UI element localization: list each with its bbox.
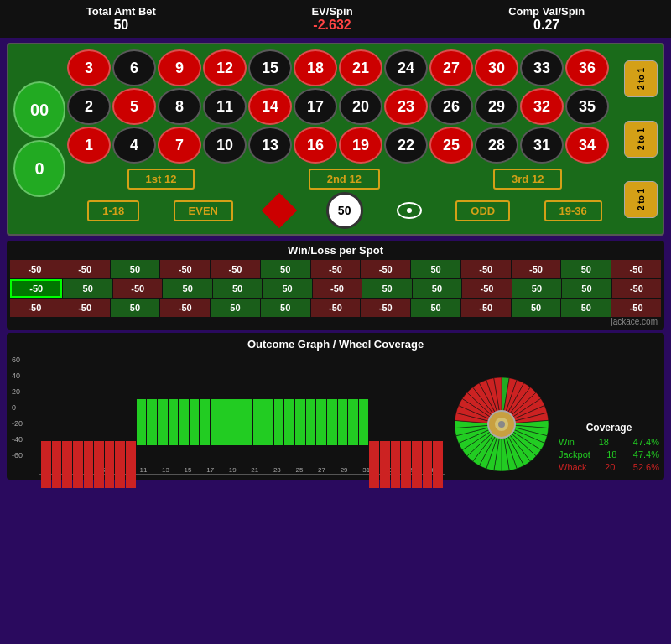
zeros-column: 00 0: [13, 49, 65, 229]
wl-cell[interactable]: -50: [311, 260, 361, 278]
wl-cell[interactable]: -50: [311, 299, 361, 317]
bars-container: [39, 356, 445, 465]
wl-cell[interactable]: 50: [211, 299, 260, 317]
cell-7[interactable]: 7: [158, 127, 201, 164]
chip-50[interactable]: 50: [326, 192, 363, 229]
dozen-3rd-12[interactable]: 3rd 12: [493, 169, 562, 190]
coverage-jackpot-row: Jackpot 18 47.4%: [559, 449, 659, 460]
wl-cell[interactable]: -50: [611, 260, 661, 278]
wl-cell[interactable]: -50: [462, 279, 511, 298]
wl-cell[interactable]: 50: [561, 299, 611, 317]
wl-cell[interactable]: 50: [111, 299, 160, 317]
cell-11[interactable]: 11: [203, 88, 247, 125]
btn-1-18[interactable]: 1-18: [87, 200, 139, 221]
cell-19[interactable]: 19: [339, 127, 382, 164]
cell-35[interactable]: 35: [565, 88, 609, 125]
wl-cell[interactable]: -50: [60, 299, 110, 317]
cell-10[interactable]: 10: [203, 127, 247, 164]
dozen-row: 1st 12 2nd 12 3rd 12: [67, 169, 622, 190]
wl-cell[interactable]: -50: [160, 260, 210, 278]
cell-27[interactable]: 27: [429, 49, 473, 86]
side-bet-2to1-bot[interactable]: 2 to 1: [624, 181, 658, 218]
wl-cell[interactable]: 50: [562, 279, 611, 298]
cell-2[interactable]: 2: [67, 88, 111, 125]
wl-cell[interactable]: 50: [213, 279, 262, 298]
wl-cell[interactable]: 50: [63, 279, 112, 298]
cell-25[interactable]: 25: [429, 127, 473, 164]
wl-cell[interactable]: 50: [362, 279, 411, 298]
wl-cell[interactable]: 50: [512, 279, 561, 298]
wheel: [451, 374, 552, 475]
cell-20[interactable]: 20: [339, 88, 382, 125]
cell-29[interactable]: 29: [475, 88, 518, 125]
wl-grid: -50 -50 50 -50 -50 50 -50 -50 50 -50 -50…: [10, 260, 661, 317]
cell-3[interactable]: 3: [67, 49, 111, 86]
double-zero[interactable]: 00: [13, 81, 65, 138]
dozen-2nd-12[interactable]: 2nd 12: [309, 169, 380, 190]
wl-cell[interactable]: -50: [361, 299, 410, 317]
wl-cell[interactable]: -50: [361, 260, 410, 278]
side-bet-2to1-mid[interactable]: 2 to 1: [624, 121, 658, 158]
wl-cell[interactable]: -50: [160, 299, 210, 317]
cell-24[interactable]: 24: [384, 49, 428, 86]
cell-21[interactable]: 21: [339, 49, 382, 86]
cell-31[interactable]: 31: [520, 127, 564, 164]
cell-18[interactable]: 18: [294, 49, 337, 86]
wl-cell[interactable]: -50: [113, 279, 162, 298]
wl-title: Win/Loss per Spot: [10, 244, 661, 257]
wl-cell[interactable]: 50: [111, 260, 160, 278]
numbers-row-3: 1 4 7 10 13 16 19 22 25 28 31 34: [67, 127, 622, 164]
wl-cell[interactable]: 50: [411, 299, 460, 317]
cell-22[interactable]: 22: [384, 127, 428, 164]
cell-15[interactable]: 15: [248, 49, 292, 86]
cell-23[interactable]: 23: [384, 88, 428, 125]
wl-cell[interactable]: 50: [261, 299, 310, 317]
wl-cell[interactable]: -50: [10, 260, 60, 278]
wl-cell[interactable]: 50: [411, 260, 460, 278]
even-money-row: 1-18 EVEN 50 ODD 19-36: [67, 192, 622, 229]
cell-30[interactable]: 30: [475, 49, 518, 86]
side-bet-2to1-top[interactable]: 2 to 1: [624, 60, 658, 97]
wl-cell[interactable]: -50: [512, 260, 561, 278]
cell-14[interactable]: 14: [248, 88, 292, 125]
cell-9[interactable]: 9: [158, 49, 201, 86]
wl-cell[interactable]: -50: [611, 299, 661, 317]
cell-28[interactable]: 28: [475, 127, 518, 164]
btn-even[interactable]: EVEN: [174, 200, 233, 221]
cell-36[interactable]: 36: [565, 49, 609, 86]
zero[interactable]: 0: [13, 140, 65, 197]
cell-1[interactable]: 1: [67, 127, 111, 164]
cell-6[interactable]: 6: [112, 49, 156, 86]
wl-cell[interactable]: -50: [211, 260, 260, 278]
wl-cell[interactable]: 50: [561, 260, 611, 278]
wl-row-1: -50 -50 50 -50 -50 50 -50 -50 50 -50 -50…: [10, 260, 661, 278]
wl-cell[interactable]: 50: [261, 260, 310, 278]
cell-32[interactable]: 32: [520, 88, 564, 125]
side-bets-col: 2 to 1 2 to 1 2 to 1: [624, 49, 658, 229]
wl-cell-selected[interactable]: -50: [10, 279, 62, 298]
btn-19-36[interactable]: 19-36: [544, 200, 602, 221]
wl-cell[interactable]: -50: [313, 279, 362, 298]
cell-4[interactable]: 4: [112, 127, 156, 164]
btn-odd[interactable]: ODD: [455, 200, 510, 221]
wl-cell[interactable]: -50: [10, 299, 60, 317]
wl-cell[interactable]: -50: [461, 299, 511, 317]
cell-26[interactable]: 26: [429, 88, 473, 125]
wl-cell[interactable]: -50: [612, 279, 661, 298]
cell-8[interactable]: 8: [158, 88, 201, 125]
cell-17[interactable]: 17: [294, 88, 337, 125]
wl-cell[interactable]: 50: [512, 299, 561, 317]
cell-5[interactable]: 5: [112, 88, 156, 125]
cell-16[interactable]: 16: [294, 127, 337, 164]
coverage-whack-row: Whack 20 52.6%: [559, 462, 659, 472]
cell-34[interactable]: 34: [565, 127, 609, 164]
cell-13[interactable]: 13: [248, 127, 292, 164]
dozen-1st-12[interactable]: 1st 12: [127, 169, 195, 190]
wl-cell[interactable]: 50: [263, 279, 311, 298]
wl-cell[interactable]: -50: [60, 260, 110, 278]
cell-33[interactable]: 33: [520, 49, 564, 86]
wl-cell[interactable]: 50: [163, 279, 211, 298]
wl-cell[interactable]: -50: [461, 260, 511, 278]
cell-12[interactable]: 12: [203, 49, 247, 86]
wl-cell[interactable]: 50: [413, 279, 461, 298]
